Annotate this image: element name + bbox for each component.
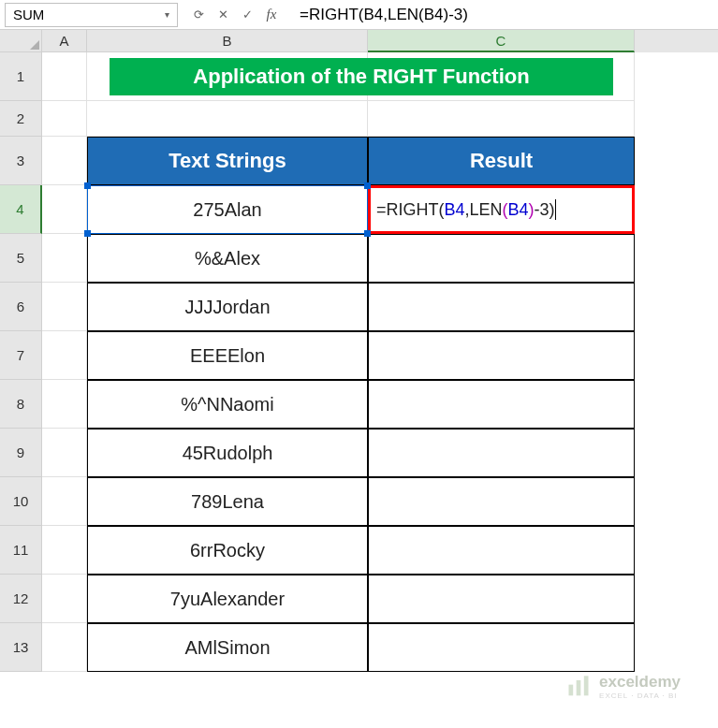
chevron-down-icon[interactable]: ▾ [165,9,169,20]
cell-b2[interactable] [87,101,368,137]
formula-ref-b4-2: B4 [508,200,529,220]
watermark: exceldemy EXCEL · DATA · BI [565,673,681,700]
namebox-value: SUM [13,7,44,22]
row-header-10[interactable]: 10 [0,477,42,526]
cell-a3[interactable] [42,137,87,185]
cell-b6[interactable]: JJJJordan [87,283,368,331]
name-box[interactable]: SUM ▾ [5,3,178,27]
row-header-6[interactable]: 6 [0,283,42,331]
cell-c4-editing[interactable]: =RIGHT(B4,LEN(B4)-3) [368,185,635,234]
formula-bar-section: SUM ▾ ⟳ ✕ ✓ fx =RIGHT(B4,LEN(B4)-3) [0,0,718,30]
select-all-triangle-icon [30,40,39,50]
cell-a2[interactable] [42,101,87,137]
col-header-b[interactable]: B [87,30,368,52]
formula-part-7: -3) [535,200,555,220]
row-header-1[interactable]: 1 [0,52,42,101]
cell-a8[interactable] [42,380,87,429]
cell-c13[interactable] [368,623,635,672]
cell-b9[interactable]: 45Rudolph [87,429,368,477]
cell-c10[interactable] [368,477,635,526]
formula-part-1: =RIGHT( [376,200,445,220]
row-header-2[interactable]: 2 [0,101,42,137]
select-all-button[interactable] [0,30,42,52]
cancel-icon[interactable]: ✕ [212,4,234,26]
row-header-13[interactable]: 13 [0,623,42,672]
cell-a5[interactable] [42,234,87,283]
row-header-8[interactable]: 8 [0,380,42,429]
watermark-logo-icon [565,674,592,700]
history-icon[interactable]: ⟳ [187,4,210,26]
header-result[interactable]: Result [368,137,635,185]
header-text-strings[interactable]: Text Strings [87,137,368,185]
cell-c8[interactable] [368,380,635,429]
row-header-9[interactable]: 9 [0,429,42,477]
row-header-4[interactable]: 4 [0,185,42,234]
cell-a4[interactable] [42,185,87,234]
row-header-col: 1 2 3 4 5 6 7 8 9 10 11 12 13 [0,52,42,672]
row-header-7[interactable]: 7 [0,331,42,380]
svg-rect-1 [577,680,581,695]
column-header-row: A B C [42,30,718,52]
watermark-sub: EXCEL · DATA · BI [599,692,681,700]
fx-icon[interactable]: fx [260,4,283,26]
svg-rect-0 [569,684,574,695]
cell-c2[interactable] [368,101,635,137]
cell-b4[interactable]: 275Alan [87,185,368,234]
cell-c9[interactable] [368,429,635,477]
row-header-12[interactable]: 12 [0,575,42,623]
watermark-brand: exceldemy [599,673,681,692]
formula-ref-b4-1: B4 [445,200,465,220]
cell-b13[interactable]: AMlSimon [87,623,368,672]
cell-c7[interactable] [368,331,635,380]
cell-a11[interactable] [42,526,87,575]
row-header-3[interactable]: 3 [0,137,42,185]
formula-input[interactable]: =RIGHT(B4,LEN(B4)-3) [292,6,713,24]
col-header-c[interactable]: C [368,30,635,52]
cell-c6[interactable] [368,283,635,331]
cell-grid: Text Strings Result 275Alan =RIGHT(B4,LE… [42,52,635,672]
formula-controls: ⟳ ✕ ✓ fx [182,4,288,26]
formula-part-3: ,LEN [465,200,503,220]
cell-c5[interactable] [368,234,635,283]
title-banner: Application of the RIGHT Function [110,58,613,95]
cell-a13[interactable] [42,623,87,672]
cell-a9[interactable] [42,429,87,477]
text-cursor [555,199,556,220]
enter-icon[interactable]: ✓ [236,4,258,26]
row-header-5[interactable]: 5 [0,234,42,283]
cell-b12[interactable]: 7yuAlexander [87,575,368,623]
col-header-a[interactable]: A [42,30,87,52]
cell-a7[interactable] [42,331,87,380]
cell-b7[interactable]: EEEElon [87,331,368,380]
cell-a6[interactable] [42,283,87,331]
cell-b8[interactable]: %^NNaomi [87,380,368,429]
svg-rect-2 [584,676,589,695]
cell-c11[interactable] [368,526,635,575]
cell-b10[interactable]: 789Lena [87,477,368,526]
cell-c12[interactable] [368,575,635,623]
cell-a12[interactable] [42,575,87,623]
cell-a1[interactable] [42,52,87,101]
row-header-11[interactable]: 11 [0,526,42,575]
cell-b11[interactable]: 6rrRocky [87,526,368,575]
cell-b5[interactable]: %&Alex [87,234,368,283]
cell-a10[interactable] [42,477,87,526]
